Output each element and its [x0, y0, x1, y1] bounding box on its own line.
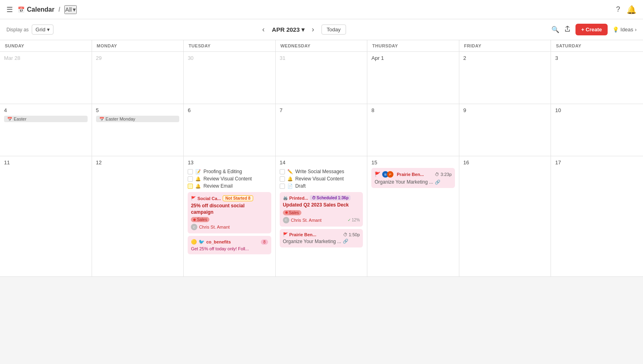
cell-mar30[interactable]: 30	[184, 52, 276, 104]
breadcrumb-separator: /	[58, 6, 60, 13]
task-checkbox-visual-14[interactable]	[280, 176, 285, 182]
cell-apr6[interactable]: 6	[184, 104, 276, 156]
prev-month-button[interactable]: ‹	[259, 24, 268, 35]
easter-label: Easter	[14, 117, 27, 121]
task-proofing[interactable]: 📝 Proofing & Editing	[188, 168, 271, 175]
task-draft-14[interactable]: 📄 Draft	[280, 182, 363, 190]
campaign-card-apr14[interactable]: 🖨️ Printed... ⏱ Scheduled 1:36p Updated …	[280, 192, 363, 227]
date-apr5: 5	[96, 107, 180, 113]
task-checkbox-visual[interactable]	[188, 176, 193, 182]
easter-holiday[interactable]: 📅 Easter	[4, 116, 88, 122]
printed-icon: 🖨️	[283, 196, 288, 200]
prairie-body-14: Organize Your Marketing ... 🔗	[283, 239, 360, 244]
tag-dot	[193, 219, 196, 221]
campaign-title-apr14: Updated Q2 2023 Sales Deck	[283, 202, 360, 209]
cell-apr9[interactable]: 9	[459, 104, 551, 156]
cell-apr3[interactable]: 3	[551, 52, 643, 104]
date-mar30: 30	[188, 55, 271, 61]
today-button[interactable]: Today	[322, 25, 346, 35]
app-name-label: Calendar	[27, 6, 54, 13]
cell-mar28[interactable]: Mar 28	[0, 52, 92, 104]
task-icon-proofing: 📝	[195, 169, 201, 174]
help-button[interactable]: ?	[616, 5, 620, 14]
cell-mar31[interactable]: 31	[276, 52, 368, 104]
hamburger-menu-button[interactable]: ☰	[6, 5, 13, 14]
apr15-org-text: Organize Your Marketing ...	[375, 179, 433, 185]
date-mar29: 29	[96, 55, 180, 61]
progress-apr14: ✓12%	[348, 218, 360, 222]
social-card-header: 🟡 🐦 co_benefits 8	[191, 239, 268, 245]
clock-icon-15: ⏱	[435, 172, 439, 177]
task-write-social[interactable]: ✏️ Write Social Messages	[280, 168, 363, 175]
campaign-card2-apr14[interactable]: 🚩 Prairie Ben... ⏱1:50p Organize Your Ma…	[280, 229, 363, 247]
search-button[interactable]: 🔍	[551, 26, 559, 33]
campaign-title-apr13: 25% off discount social campaign	[191, 203, 268, 215]
ideas-label: Ideas	[620, 27, 633, 33]
clock-icon: ⏱	[312, 196, 316, 200]
header-friday: FRIDAY	[459, 40, 551, 51]
cell-apr5[interactable]: 5 📅 Easter Monday	[92, 104, 184, 156]
clock-icon-14: ⏱	[343, 232, 348, 237]
task-icon-draft: 📄	[287, 184, 293, 189]
header-saturday: SATURDAY	[551, 40, 643, 51]
task-icon-email: 🔔	[195, 184, 201, 189]
cell-apr16[interactable]: 16	[459, 156, 551, 276]
grid-view-button[interactable]: Grid ▾	[32, 25, 53, 35]
date-apr11: 11	[4, 160, 88, 166]
task-review-visual[interactable]: 🔔 Review Visual Content	[188, 175, 271, 182]
date-apr4: 4	[4, 107, 88, 113]
task-review-email[interactable]: 🔔 Review Email	[188, 182, 271, 190]
cell-apr13[interactable]: 13 📝 Proofing & Editing 🔔 Review Visual …	[184, 156, 276, 276]
apr15-flag-icon: 🚩	[375, 172, 381, 177]
create-button[interactable]: + Create	[575, 24, 608, 35]
notification-button[interactable]: 🔔	[627, 5, 637, 14]
cell-apr2[interactable]: 2	[459, 52, 551, 104]
task-label-proofing: Proofing & Editing	[203, 169, 242, 174]
cell-apr15[interactable]: 15 🚩 B P Prairie Ben... ⏱ 3:23p Organize…	[367, 156, 459, 276]
date-apr16: 16	[463, 160, 547, 166]
week-2: 4 📅 Easter 5 📅 Easter Monday 6 7 8 9 10	[0, 104, 643, 156]
cell-apr12[interactable]: 12	[92, 156, 184, 276]
apr15-campaign-card[interactable]: 🚩 B P Prairie Ben... ⏱ 3:23p Organize Yo…	[371, 168, 455, 188]
tag-dot-14	[285, 211, 288, 214]
cell-apr17[interactable]: 17	[551, 156, 643, 276]
link-icon-15: 🔗	[435, 180, 440, 185]
task-checkbox-proofing[interactable]	[188, 169, 193, 174]
apr15-name: Prairie Ben...	[397, 172, 424, 177]
toolbar-left: Display as Grid ▾	[6, 25, 53, 35]
cell-apr4[interactable]: 4 📅 Easter	[0, 104, 92, 156]
campaign-footer-apr13: C Chris St. Amant	[191, 224, 268, 230]
cell-apr8[interactable]: 8	[367, 104, 459, 156]
cell-apr11[interactable]: 11	[0, 156, 92, 276]
cell-apr1[interactable]: Apr 1	[367, 52, 459, 104]
app-title: 📅 Calendar / All ▾	[18, 5, 77, 14]
task-label-write: Write Social Messages	[295, 169, 344, 174]
toolbar-center: ‹ APR 2023 ▾ › Today	[259, 24, 346, 35]
task-checkbox-write[interactable]	[280, 169, 285, 174]
top-nav-right: ? 🔔	[616, 5, 637, 14]
campaign-footer-apr14: C Chris St. Amant ✓12%	[283, 217, 360, 223]
campaign-tags-apr13: Sales	[191, 217, 268, 222]
task-label-visual: Review Visual Content	[203, 176, 252, 182]
date-mar31: 31	[280, 55, 363, 61]
campaign-card-apr13[interactable]: 🚩 Social Ca... Not Started 8 25% off dis…	[188, 192, 271, 233]
task-review-visual-14[interactable]: 🔔 Review Visual Content	[280, 175, 363, 182]
campaign-flag-icon: 🚩	[191, 196, 196, 200]
campaign-name-apr13: Social Ca...	[197, 196, 221, 201]
task-label-visual-14: Review Visual Content	[295, 176, 344, 182]
cell-mar29[interactable]: 29	[92, 52, 184, 104]
share-button[interactable]	[564, 26, 571, 34]
task-checkbox-draft[interactable]	[280, 184, 285, 189]
social-card-apr13[interactable]: 🟡 🐦 co_benefits 8 Get 25% off today only…	[188, 236, 271, 254]
date-apr1: Apr 1	[371, 55, 455, 61]
next-month-button[interactable]: ›	[309, 24, 317, 35]
cell-apr14[interactable]: 14 ✏️ Write Social Messages 🔔 Review Vis…	[276, 156, 368, 276]
calendar-container: SUNDAY MONDAY TUESDAY WEDNESDAY THURSDAY…	[0, 40, 643, 277]
cell-apr10[interactable]: 10	[551, 104, 643, 156]
view-all-button[interactable]: All ▾	[64, 5, 77, 14]
cell-apr7[interactable]: 7	[276, 104, 368, 156]
month-year-button[interactable]: APR 2023 ▾	[272, 26, 305, 33]
easter-monday-holiday[interactable]: 📅 Easter Monday	[96, 116, 180, 122]
ideas-button[interactable]: 💡 Ideas ›	[612, 27, 637, 33]
task-checkbox-email[interactable]	[188, 184, 193, 189]
